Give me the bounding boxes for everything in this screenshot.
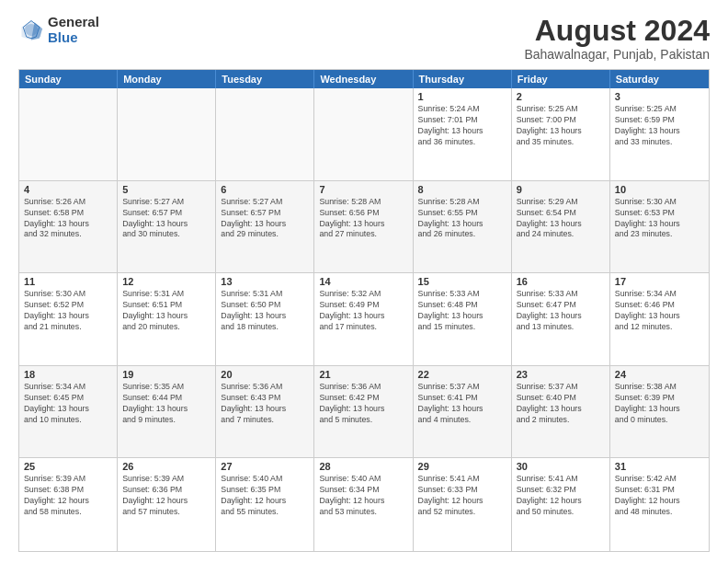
- logo-blue-text: Blue: [48, 30, 99, 46]
- calendar-body: 1Sunrise: 5:24 AMSunset: 7:01 PMDaylight…: [19, 88, 709, 551]
- weekday-header: Wednesday: [314, 70, 413, 88]
- weekday-header: Monday: [118, 70, 216, 88]
- calendar-row: 1Sunrise: 5:24 AMSunset: 7:01 PMDaylight…: [19, 88, 709, 181]
- page: General Blue August 2024 Bahawalnagar, P…: [0, 0, 728, 563]
- cell-sun-info: Sunrise: 5:41 AMSunset: 6:32 PMDaylight:…: [517, 474, 605, 518]
- cell-date-number: 24: [615, 369, 704, 380]
- calendar-day-cell: 10Sunrise: 5:30 AMSunset: 6:53 PMDayligh…: [610, 181, 709, 273]
- calendar-day-cell: 19Sunrise: 5:35 AMSunset: 6:44 PMDayligh…: [118, 366, 216, 458]
- logo: General Blue: [18, 15, 99, 45]
- empty-cell: [216, 88, 314, 180]
- calendar-day-cell: 21Sunrise: 5:36 AMSunset: 6:42 PMDayligh…: [314, 366, 413, 458]
- title-block: August 2024 Bahawalnagar, Punjab, Pakist…: [524, 15, 710, 62]
- cell-sun-info: Sunrise: 5:26 AMSunset: 6:58 PMDaylight:…: [24, 197, 112, 241]
- cell-date-number: 13: [221, 276, 309, 287]
- main-title: August 2024: [524, 15, 710, 47]
- cell-sun-info: Sunrise: 5:25 AMSunset: 6:59 PMDaylight:…: [615, 104, 704, 148]
- calendar-day-cell: 20Sunrise: 5:36 AMSunset: 6:43 PMDayligh…: [216, 366, 314, 458]
- cell-sun-info: Sunrise: 5:36 AMSunset: 6:43 PMDaylight:…: [221, 382, 309, 426]
- cell-sun-info: Sunrise: 5:25 AMSunset: 7:00 PMDaylight:…: [517, 104, 605, 148]
- calendar-day-cell: 4Sunrise: 5:26 AMSunset: 6:58 PMDaylight…: [19, 181, 118, 273]
- calendar-day-cell: 17Sunrise: 5:34 AMSunset: 6:46 PMDayligh…: [610, 273, 709, 365]
- cell-date-number: 11: [24, 276, 112, 287]
- calendar-day-cell: 14Sunrise: 5:32 AMSunset: 6:49 PMDayligh…: [314, 273, 413, 365]
- weekday-header: Thursday: [414, 70, 512, 88]
- cell-sun-info: Sunrise: 5:36 AMSunset: 6:42 PMDaylight:…: [319, 382, 407, 426]
- cell-date-number: 21: [319, 369, 407, 380]
- calendar-day-cell: 3Sunrise: 5:25 AMSunset: 6:59 PMDaylight…: [610, 88, 709, 180]
- logo-general-text: General: [48, 15, 99, 30]
- cell-sun-info: Sunrise: 5:35 AMSunset: 6:44 PMDaylight:…: [122, 382, 210, 426]
- cell-sun-info: Sunrise: 5:37 AMSunset: 6:41 PMDaylight:…: [418, 382, 506, 426]
- cell-sun-info: Sunrise: 5:27 AMSunset: 6:57 PMDaylight:…: [122, 197, 210, 241]
- calendar-row: 18Sunrise: 5:34 AMSunset: 6:45 PMDayligh…: [19, 366, 709, 459]
- calendar-row: 11Sunrise: 5:30 AMSunset: 6:52 PMDayligh…: [19, 273, 709, 366]
- cell-sun-info: Sunrise: 5:40 AMSunset: 6:34 PMDaylight:…: [319, 474, 407, 518]
- cell-date-number: 4: [24, 184, 112, 195]
- cell-date-number: 8: [418, 184, 506, 195]
- calendar-day-cell: 27Sunrise: 5:40 AMSunset: 6:35 PMDayligh…: [216, 458, 314, 551]
- cell-date-number: 27: [221, 461, 309, 472]
- weekday-header: Sunday: [19, 70, 118, 88]
- cell-date-number: 31: [615, 461, 704, 472]
- cell-sun-info: Sunrise: 5:27 AMSunset: 6:57 PMDaylight:…: [221, 197, 309, 241]
- calendar-row: 4Sunrise: 5:26 AMSunset: 6:58 PMDaylight…: [19, 181, 709, 274]
- weekday-header: Tuesday: [216, 70, 314, 88]
- calendar-day-cell: 1Sunrise: 5:24 AMSunset: 7:01 PMDaylight…: [414, 88, 512, 180]
- cell-date-number: 26: [122, 461, 210, 472]
- cell-date-number: 22: [418, 369, 506, 380]
- cell-date-number: 23: [517, 369, 605, 380]
- cell-date-number: 7: [319, 184, 407, 195]
- cell-sun-info: Sunrise: 5:29 AMSunset: 6:54 PMDaylight:…: [517, 197, 605, 241]
- cell-date-number: 20: [221, 369, 309, 380]
- calendar-day-cell: 6Sunrise: 5:27 AMSunset: 6:57 PMDaylight…: [216, 181, 314, 273]
- calendar-day-cell: 9Sunrise: 5:29 AMSunset: 6:54 PMDaylight…: [512, 181, 610, 273]
- calendar-day-cell: 28Sunrise: 5:40 AMSunset: 6:34 PMDayligh…: [314, 458, 413, 551]
- cell-sun-info: Sunrise: 5:33 AMSunset: 6:48 PMDaylight:…: [418, 289, 506, 333]
- cell-date-number: 15: [418, 276, 506, 287]
- calendar-day-cell: 25Sunrise: 5:39 AMSunset: 6:38 PMDayligh…: [19, 458, 118, 551]
- cell-date-number: 16: [517, 276, 605, 287]
- cell-date-number: 19: [122, 369, 210, 380]
- header: General Blue August 2024 Bahawalnagar, P…: [18, 15, 710, 62]
- cell-sun-info: Sunrise: 5:40 AMSunset: 6:35 PMDaylight:…: [221, 474, 309, 518]
- cell-date-number: 18: [24, 369, 112, 380]
- calendar-row: 25Sunrise: 5:39 AMSunset: 6:38 PMDayligh…: [19, 458, 709, 551]
- weekday-header: Saturday: [610, 70, 709, 88]
- cell-sun-info: Sunrise: 5:34 AMSunset: 6:45 PMDaylight:…: [24, 382, 112, 426]
- calendar-day-cell: 16Sunrise: 5:33 AMSunset: 6:47 PMDayligh…: [512, 273, 610, 365]
- calendar-day-cell: 5Sunrise: 5:27 AMSunset: 6:57 PMDaylight…: [118, 181, 216, 273]
- cell-sun-info: Sunrise: 5:37 AMSunset: 6:40 PMDaylight:…: [517, 382, 605, 426]
- calendar-day-cell: 7Sunrise: 5:28 AMSunset: 6:56 PMDaylight…: [314, 181, 413, 273]
- cell-date-number: 25: [24, 461, 112, 472]
- cell-date-number: 12: [122, 276, 210, 287]
- subtitle: Bahawalnagar, Punjab, Pakistan: [524, 47, 710, 62]
- calendar-day-cell: 2Sunrise: 5:25 AMSunset: 7:00 PMDaylight…: [512, 88, 610, 180]
- empty-cell: [19, 88, 118, 180]
- cell-sun-info: Sunrise: 5:32 AMSunset: 6:49 PMDaylight:…: [319, 289, 407, 333]
- cell-sun-info: Sunrise: 5:33 AMSunset: 6:47 PMDaylight:…: [517, 289, 605, 333]
- calendar-day-cell: 11Sunrise: 5:30 AMSunset: 6:52 PMDayligh…: [19, 273, 118, 365]
- calendar-day-cell: 12Sunrise: 5:31 AMSunset: 6:51 PMDayligh…: [118, 273, 216, 365]
- cell-sun-info: Sunrise: 5:42 AMSunset: 6:31 PMDaylight:…: [615, 474, 704, 518]
- logo-text: General Blue: [48, 15, 99, 45]
- cell-date-number: 10: [615, 184, 704, 195]
- cell-date-number: 1: [418, 91, 506, 102]
- cell-sun-info: Sunrise: 5:31 AMSunset: 6:50 PMDaylight:…: [221, 289, 309, 333]
- cell-date-number: 17: [615, 276, 704, 287]
- cell-sun-info: Sunrise: 5:24 AMSunset: 7:01 PMDaylight:…: [418, 104, 506, 148]
- cell-sun-info: Sunrise: 5:28 AMSunset: 6:56 PMDaylight:…: [319, 197, 407, 241]
- cell-sun-info: Sunrise: 5:31 AMSunset: 6:51 PMDaylight:…: [122, 289, 210, 333]
- calendar-day-cell: 22Sunrise: 5:37 AMSunset: 6:41 PMDayligh…: [414, 366, 512, 458]
- cell-date-number: 5: [122, 184, 210, 195]
- cell-date-number: 30: [517, 461, 605, 472]
- calendar-day-cell: 26Sunrise: 5:39 AMSunset: 6:36 PMDayligh…: [118, 458, 216, 551]
- calendar: SundayMondayTuesdayWednesdayThursdayFrid…: [18, 69, 710, 552]
- logo-icon: [18, 17, 44, 43]
- calendar-day-cell: 13Sunrise: 5:31 AMSunset: 6:50 PMDayligh…: [216, 273, 314, 365]
- cell-sun-info: Sunrise: 5:39 AMSunset: 6:36 PMDaylight:…: [122, 474, 210, 518]
- calendar-header: SundayMondayTuesdayWednesdayThursdayFrid…: [19, 70, 709, 88]
- calendar-day-cell: 24Sunrise: 5:38 AMSunset: 6:39 PMDayligh…: [610, 366, 709, 458]
- calendar-day-cell: 29Sunrise: 5:41 AMSunset: 6:33 PMDayligh…: [414, 458, 512, 551]
- cell-date-number: 14: [319, 276, 407, 287]
